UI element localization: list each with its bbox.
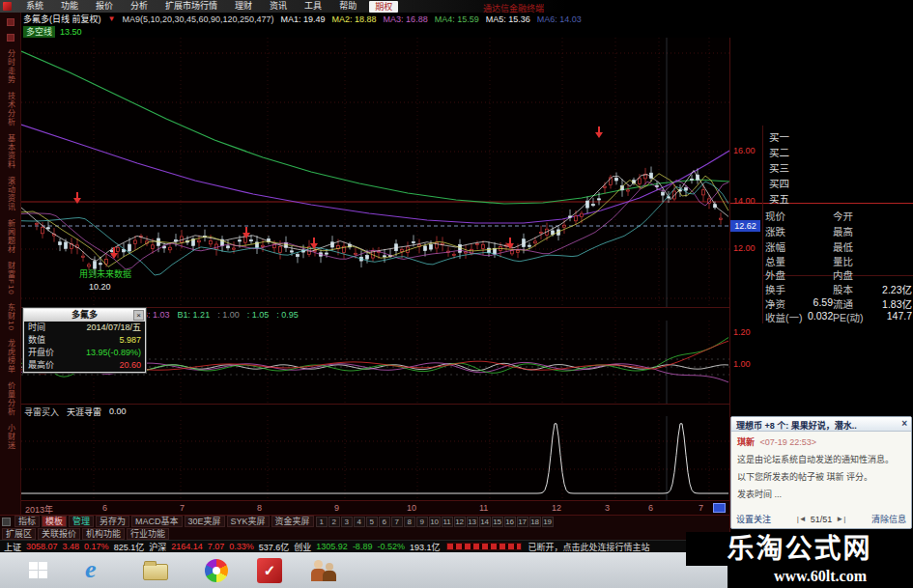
index-amount: 537.6亿 — [259, 541, 290, 553]
index-change: 3.48 — [63, 542, 80, 551]
sender-name[interactable]: 琪新 — [737, 437, 755, 447]
tab-5[interactable]: 30E夹屏 — [185, 516, 225, 527]
quote-label: 净资 — [765, 296, 808, 311]
sidebar-item-7[interactable]: 龙虎榜单 — [6, 339, 15, 374]
scrollbar-thumb[interactable] — [713, 503, 726, 513]
sidebar-item-9[interactable]: 小财迷 — [6, 424, 15, 450]
sidebar-item-3[interactable]: 滚动资讯 — [6, 177, 15, 211]
number-tab-6[interactable]: 6 — [379, 517, 390, 527]
bid-row-1: 买二 — [769, 145, 789, 159]
notification-title[interactable]: 理想币 +8 个: 果果好说，潜水.. — [731, 417, 911, 432]
quote-label: 今开 — [833, 209, 868, 223]
number-tab-16[interactable]: 16 — [504, 517, 516, 527]
number-tab-4[interactable]: 4 — [354, 517, 365, 527]
tab-6[interactable]: SYK夹屏 — [227, 516, 270, 527]
number-tab-1[interactable]: 1 — [316, 517, 328, 527]
number-tab-11[interactable]: 11 — [442, 517, 453, 527]
quote-label: PE(动) — [833, 310, 868, 324]
number-tab-14[interactable]: 14 — [479, 517, 491, 527]
messenger-icon[interactable] — [311, 560, 338, 583]
svg-text:用到未来数据: 用到未来数据 — [79, 268, 131, 279]
follow-settings-link[interactable]: 设置关注 — [736, 513, 771, 525]
number-tab-5[interactable]: 5 — [366, 517, 378, 527]
bottom-tab-row-2: 扩展区关联报价机构功能行业功能 — [0, 527, 729, 540]
file-explorer-icon[interactable] — [143, 564, 168, 580]
y-axis-label-0: 16.00 — [733, 146, 756, 155]
sidebar-item-6[interactable]: 东财10 — [6, 303, 15, 331]
quote-label: 换手 — [765, 282, 808, 296]
number-tab-17[interactable]: 17 — [517, 517, 528, 527]
tab-row2-2[interactable]: 机构功能 — [82, 528, 125, 540]
tab-3[interactable]: 另存为 — [96, 516, 129, 527]
quote-label: 外盘 — [765, 267, 808, 282]
menu-item-options[interactable]: 期权 — [369, 1, 398, 13]
sidebar-item-8[interactable]: 价量分析 — [6, 381, 15, 416]
menu-item-2[interactable]: 报价 — [87, 0, 122, 13]
main-candlestick-chart[interactable]: 用到未来数据10.20 — [21, 38, 729, 307]
tab-1[interactable]: 模板 — [42, 516, 67, 527]
connection-status[interactable]: 已断开，点击此处连接行情主站 — [528, 541, 649, 553]
number-tab-15[interactable]: 15 — [492, 517, 503, 527]
pager-last-icon[interactable]: ►| — [836, 515, 845, 523]
number-tab-2[interactable]: 2 — [328, 517, 340, 527]
close-icon[interactable]: × — [133, 310, 144, 321]
price-level-line — [730, 203, 913, 204]
quote-row: 涨幅最低 — [765, 239, 912, 254]
sidebar-item-4[interactable]: 新闻题材 — [6, 219, 15, 254]
number-tab-12[interactable]: 12 — [454, 517, 466, 527]
tab-2[interactable]: 管理 — [69, 516, 94, 527]
tab-row2-1[interactable]: 关联报价 — [38, 528, 80, 540]
quote-label: 内盘 — [833, 267, 868, 282]
panel-divider[interactable] — [21, 404, 729, 405]
trading-app-icon[interactable]: ✓ — [257, 558, 282, 583]
time-axis-label-7: 12 — [552, 503, 561, 513]
tab-7[interactable]: 资金夹屏 — [271, 516, 314, 527]
number-tab-13[interactable]: 13 — [467, 517, 478, 527]
start-button-icon[interactable] — [29, 562, 47, 578]
tooltip-label: 最高价 — [28, 359, 54, 372]
sidebar-item-1[interactable]: 技术分析 — [6, 92, 15, 126]
menu-item-6[interactable]: 资讯 — [261, 0, 296, 13]
ie-browser-icon[interactable]: e — [85, 556, 97, 583]
number-tab-8[interactable]: 8 — [404, 517, 415, 527]
clear-messages-link[interactable]: 清除信息 — [871, 513, 906, 525]
message-time: <07-19 22:53> — [760, 437, 817, 447]
sidebar-tool-icon[interactable] — [7, 18, 14, 26]
sidebar-item-2[interactable]: 基本资料 — [6, 134, 15, 169]
tab-row2-0[interactable]: 扩展区 — [2, 528, 36, 540]
pager-first-icon[interactable]: |◄ — [797, 515, 807, 523]
tab-0[interactable]: 指标 — [14, 516, 40, 527]
quote-value: 1.83亿 — [868, 296, 912, 311]
menu-item-4[interactable]: 扩展市场行情 — [157, 0, 226, 13]
time-axis[interactable]: 2013年6789101112367 — [21, 500, 729, 515]
menu-item-5[interactable]: 理财 — [226, 0, 261, 13]
grid-icon[interactable] — [2, 518, 11, 526]
time-axis-label-1: 6 — [102, 503, 107, 513]
menu-item-0[interactable]: 系统 — [17, 0, 52, 13]
sidebar-tool-icon[interactable] — [7, 34, 14, 42]
menu-item-7[interactable]: 工具 — [296, 0, 330, 13]
sidebar-item-0[interactable]: 分时走势 — [6, 49, 15, 84]
menu-item-3[interactable]: 分析 — [122, 0, 157, 13]
panel-divider — [762, 126, 763, 323]
menu-item-1[interactable]: 功能 — [52, 0, 87, 13]
dk-line-value: 13.50 — [60, 27, 82, 37]
bottom-tab-row-1: 指标模板管理另存为MACD基本30E夹屏SYK夹屏资金夹屏 1234567891… — [0, 515, 729, 527]
number-tab-19[interactable]: 19 — [542, 517, 554, 527]
tab-4[interactable]: MACD基本 — [131, 516, 183, 527]
watermark: 乐淘公式网 — [686, 532, 913, 566]
pinwheel-app-icon[interactable] — [205, 559, 228, 582]
number-tab-10[interactable]: 10 — [429, 517, 441, 527]
sidebar-item-5[interactable]: 财富F10 — [6, 262, 15, 295]
number-tab-3[interactable]: 3 — [341, 517, 353, 527]
quote-row: 净资6.59流通1.83亿 — [765, 296, 912, 311]
indicator2-chart[interactable] — [21, 416, 729, 500]
indicator1-token-6: : 1.05 — [247, 310, 270, 320]
number-tab-18[interactable]: 18 — [529, 517, 541, 527]
menu-item-8[interactable]: 帮助 — [330, 0, 365, 13]
tab-row2-3[interactable]: 行业功能 — [127, 528, 169, 540]
close-icon[interactable]: × — [901, 418, 907, 429]
number-tab-9[interactable]: 9 — [416, 517, 428, 527]
number-tab-7[interactable]: 7 — [391, 517, 403, 527]
tooltip-title[interactable]: 多氟多 — [24, 309, 145, 322]
